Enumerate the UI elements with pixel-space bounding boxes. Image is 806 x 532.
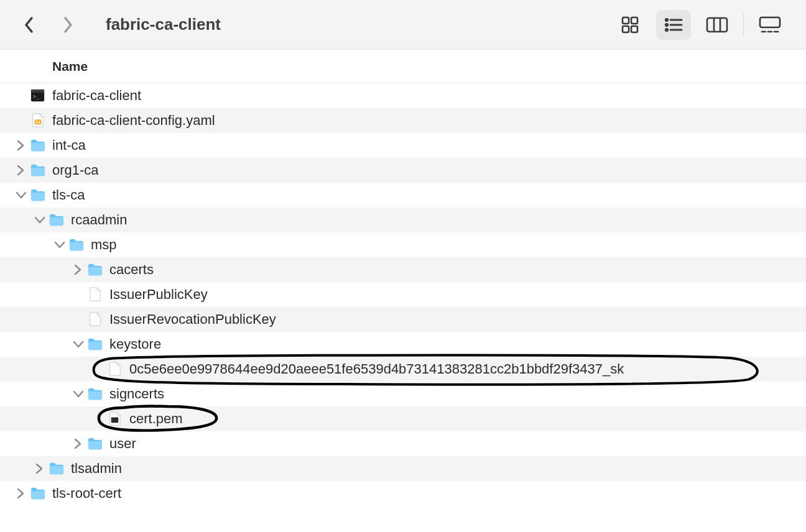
file-row[interactable]: IssuerRevocationPublicKey [0,307,806,332]
gallery-icon [758,16,782,34]
file-name: 0c5e6ee0e9978644ee9d20aeee51fe6539d4b731… [129,361,624,377]
file-name: msp [91,237,117,253]
folder-icon [68,237,85,253]
view-columns-button[interactable] [700,10,734,40]
file-row[interactable]: fabric-ca-client [0,83,806,108]
disclosure-closed-icon[interactable] [70,264,87,275]
column-name: Name [52,59,88,74]
view-list-button[interactable] [656,10,691,40]
file-row[interactable]: cacerts [0,257,806,282]
view-icons-button[interactable] [613,10,647,40]
file-row[interactable]: 0c5e6ee0e9978644ee9d20aeee51fe6539d4b731… [0,357,806,382]
file-name: signcerts [109,386,164,402]
folder-icon [49,461,65,477]
chevron-right-icon [62,16,73,34]
file-row[interactable]: signcerts [0,382,806,406]
disclosure-open-icon[interactable] [70,388,87,400]
file-name: cert.pem [129,411,183,427]
svg-point-8 [665,29,667,30]
chevron-left-icon [24,16,35,34]
svg-rect-10 [707,18,727,32]
back-button[interactable] [19,14,40,35]
disclosure-open-icon[interactable] [12,190,30,201]
file-row[interactable]: int-ca [0,133,806,158]
file-row[interactable]: rcaadmin [0,208,806,232]
yaml-file-icon [30,112,46,129]
file-row[interactable]: fabric-ca-client-config.yaml [0,108,806,133]
disclosure-open-icon[interactable] [31,214,49,226]
disclosure-closed-icon[interactable] [12,165,30,176]
svg-point-6 [665,24,667,25]
toolbar: fabric-ca-client [0,0,806,50]
file-row[interactable]: org1-ca [0,158,806,183]
file-name: keystore [109,336,161,352]
svg-rect-3 [631,26,637,32]
file-name: tlsadmin [71,461,122,477]
file-row[interactable]: user [0,431,806,456]
column-header[interactable]: Name [0,50,806,83]
file-list: fabric-ca-clientfabric-ca-client-config.… [0,83,806,506]
disclosure-open-icon[interactable] [70,339,87,350]
folder-icon [49,212,65,228]
folder-icon [30,137,46,154]
file-row[interactable]: keystore [0,332,806,357]
file-name: cacerts [109,262,154,278]
folder-icon [30,485,46,502]
svg-rect-1 [631,17,637,24]
forward-button[interactable] [57,14,78,35]
file-name: org1-ca [52,162,99,178]
file-name: tls-root-cert [52,485,121,502]
disclosure-closed-icon[interactable] [12,140,30,151]
svg-rect-0 [623,17,629,24]
toolbar-separator [743,14,744,36]
file-row[interactable]: IssuerPublicKey [0,282,806,307]
folder-icon [87,262,103,278]
file-icon [107,361,123,377]
file-name: int-ca [52,137,86,154]
file-name: fabric-ca-client-config.yaml [52,112,215,129]
file-name: IssuerPublicKey [109,287,208,303]
list-icon [663,15,684,35]
svg-point-4 [665,19,667,21]
file-row[interactable]: msp [0,232,806,257]
file-row[interactable]: tlsadmin [0,456,806,481]
disclosure-closed-icon[interactable] [31,463,49,474]
grid-icon [620,15,640,35]
disclosure-closed-icon[interactable] [70,438,87,449]
file-name: fabric-ca-client [52,88,141,104]
folder-icon [87,436,103,452]
file-icon [87,311,103,328]
disclosure-open-icon[interactable] [51,239,68,250]
file-name: tls-ca [52,187,85,203]
file-name: user [109,436,136,452]
file-row[interactable]: tls-root-cert [0,481,806,506]
svg-rect-2 [623,26,629,32]
disclosure-closed-icon[interactable] [12,488,30,499]
folder-icon [30,187,46,203]
svg-rect-13 [760,17,780,27]
exec-icon [30,88,46,104]
file-row[interactable]: tls-ca [0,183,806,208]
folder-icon [30,162,46,178]
file-icon [87,287,103,303]
view-gallery-button[interactable] [753,10,787,40]
file-name: IssuerRevocationPublicKey [109,311,276,328]
folder-icon [87,386,103,402]
cert-file-icon [107,411,123,427]
folder-icon [87,336,103,352]
columns-icon [705,16,729,34]
file-row[interactable]: cert.pem [0,406,806,431]
file-name: rcaadmin [71,212,127,228]
window-title: fabric-ca-client [106,15,221,34]
